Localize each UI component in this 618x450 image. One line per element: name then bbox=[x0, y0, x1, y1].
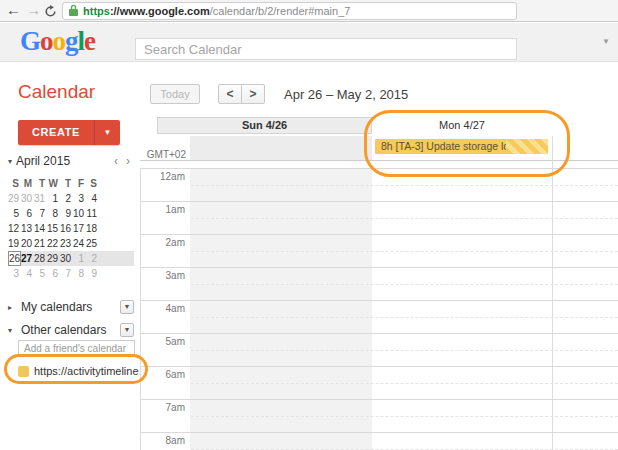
hour-label: 4am bbox=[141, 303, 185, 314]
mini-calendar-day[interactable]: 31 bbox=[34, 191, 47, 206]
my-calendars-dropdown-icon[interactable]: ▼ bbox=[120, 300, 134, 314]
calendar-week-view: Sun 4/26 Mon 4/27 8h [TA-3] Update stora… bbox=[140, 110, 618, 450]
mini-calendar-prev-icon[interactable]: ‹ bbox=[110, 154, 122, 168]
next-week-button[interactable]: > bbox=[241, 84, 265, 104]
mini-calendar-day[interactable]: 1 bbox=[47, 191, 60, 206]
hour-row[interactable]: 2am bbox=[141, 234, 618, 267]
timezone-label: GMT+02 bbox=[140, 149, 186, 160]
mini-calendar-day[interactable]: 3 bbox=[8, 266, 21, 281]
calendar-item-label: https://activitytimeline… bbox=[34, 365, 150, 377]
page-title: Calendar bbox=[18, 81, 95, 103]
hour-label: 8am bbox=[141, 435, 185, 446]
hour-row[interactable]: 3am bbox=[141, 267, 618, 300]
mini-calendar-day[interactable]: 8 bbox=[73, 266, 86, 281]
mini-calendar-day[interactable]: 2 bbox=[86, 251, 99, 266]
mini-calendar-dow: T bbox=[34, 176, 47, 191]
mini-calendar-day[interactable]: 11 bbox=[86, 206, 99, 221]
day-header-mon[interactable]: Mon 4/27 bbox=[372, 117, 552, 134]
mini-calendar-day[interactable]: 4 bbox=[21, 266, 34, 281]
hour-row[interactable]: 5am bbox=[141, 333, 618, 366]
mini-calendar-day[interactable]: 4 bbox=[86, 191, 99, 206]
mini-calendar-day[interactable]: 1 bbox=[73, 251, 86, 266]
create-button[interactable]: CREATE ▼ bbox=[18, 120, 120, 145]
mini-calendar-day[interactable]: 25 bbox=[86, 236, 99, 251]
mini-calendar-day[interactable]: 10 bbox=[73, 206, 86, 221]
mini-calendar-day[interactable]: 20 bbox=[21, 236, 34, 251]
mini-calendar-day[interactable]: 23 bbox=[60, 236, 73, 251]
mini-calendar-day[interactable]: 15 bbox=[47, 221, 60, 236]
mini-calendar-day[interactable]: 2 bbox=[60, 191, 73, 206]
mini-calendar-day[interactable]: 8 bbox=[47, 206, 60, 221]
all-day-event[interactable]: 8h [TA-3] Update storage location bbox=[375, 139, 548, 154]
hour-label: 6am bbox=[141, 369, 185, 380]
mini-calendar-dow: S bbox=[86, 176, 99, 191]
add-friend-calendar-input[interactable] bbox=[18, 340, 135, 357]
create-button-label: CREATE bbox=[18, 120, 94, 145]
logo-letter: g bbox=[65, 26, 78, 56]
mini-calendar-day[interactable]: 5 bbox=[34, 266, 47, 281]
hour-row[interactable]: 7am bbox=[141, 399, 618, 432]
mini-calendar-day[interactable]: 12 bbox=[8, 221, 21, 236]
half-hour-line bbox=[191, 383, 618, 384]
hour-row[interactable]: 4am bbox=[141, 300, 618, 333]
hour-label: 7am bbox=[141, 402, 185, 413]
mini-calendar-day[interactable]: 6 bbox=[47, 266, 60, 281]
hour-row[interactable]: 1am bbox=[141, 201, 618, 234]
mini-calendar-day[interactable]: 29 bbox=[8, 191, 21, 206]
other-calendars-dropdown-icon[interactable]: ▼ bbox=[120, 323, 134, 337]
mini-calendar-day[interactable]: 30 bbox=[21, 191, 34, 206]
mini-calendar-day[interactable]: 14 bbox=[34, 221, 47, 236]
mini-calendar-day[interactable]: 13 bbox=[21, 221, 34, 236]
mini-calendar-day[interactable]: 19 bbox=[8, 236, 21, 251]
sidebar-item-other-calendars[interactable]: ▾ Other calendars ▼ bbox=[8, 323, 134, 337]
hour-row[interactable]: 12am bbox=[141, 168, 618, 201]
hour-label: 12am bbox=[141, 171, 185, 182]
allday-separator bbox=[140, 160, 618, 161]
search-input[interactable] bbox=[135, 38, 517, 60]
hour-row[interactable]: 6am bbox=[141, 366, 618, 399]
mini-calendar-day[interactable]: 21 bbox=[34, 236, 47, 251]
half-hour-line bbox=[191, 185, 618, 186]
create-dropdown-icon[interactable]: ▼ bbox=[94, 120, 120, 145]
mini-calendar-day[interactable]: 30 bbox=[60, 251, 73, 266]
hour-label: 1am bbox=[141, 204, 185, 215]
collapse-icon[interactable]: ▾ bbox=[8, 157, 12, 166]
today-button[interactable]: Today bbox=[150, 84, 200, 104]
calendar-list-item[interactable]: https://activitytimeline… bbox=[18, 365, 150, 377]
mini-calendar-day[interactable]: 17 bbox=[73, 221, 86, 236]
mini-calendar-day[interactable]: 22 bbox=[47, 236, 60, 251]
mini-calendar-day[interactable]: 5 bbox=[8, 206, 21, 221]
mini-calendar-day[interactable]: 29 bbox=[47, 251, 60, 266]
browser-toolbar: ← → https://www.google.com/calendar/b/2/… bbox=[0, 0, 618, 22]
mini-calendar-week: 19202122232425 bbox=[8, 236, 134, 251]
mini-calendar-day[interactable]: 16 bbox=[60, 221, 73, 236]
day-header-sun[interactable]: Sun 4/26 bbox=[157, 117, 372, 134]
mini-calendar-day[interactable]: 28 bbox=[34, 251, 47, 266]
mini-calendar-week: 3456789 bbox=[8, 266, 134, 281]
prev-week-button[interactable]: < bbox=[218, 84, 242, 104]
mini-calendar-day[interactable]: 7 bbox=[60, 266, 73, 281]
back-icon[interactable]: ← bbox=[6, 1, 21, 18]
mini-calendar-day[interactable]: 3 bbox=[73, 191, 86, 206]
url-path: /calendar/b/2/render#main_7 bbox=[210, 5, 351, 17]
mini-calendar-day[interactable]: 9 bbox=[86, 266, 99, 281]
chevron-down-icon[interactable]: ▼ bbox=[602, 37, 610, 46]
forward-icon[interactable]: → bbox=[26, 1, 41, 18]
mini-calendar-day[interactable]: 18 bbox=[86, 221, 99, 236]
mini-calendar-day[interactable]: 26 bbox=[8, 251, 21, 266]
hour-row[interactable]: 8am bbox=[141, 432, 618, 450]
mini-calendar-day[interactable]: 27 bbox=[21, 251, 34, 266]
mini-calendar-day[interactable]: 24 bbox=[73, 236, 86, 251]
mini-calendar-dow: S bbox=[8, 176, 21, 191]
mini-calendar-day[interactable]: 7 bbox=[34, 206, 47, 221]
time-grid: 12am1am2am3am4am5am6am7am8am bbox=[140, 168, 618, 450]
mini-calendar-next-icon[interactable]: › bbox=[122, 154, 134, 168]
reload-icon[interactable] bbox=[44, 4, 57, 22]
mini-calendar-day[interactable]: 9 bbox=[60, 206, 73, 221]
chevron-right-icon: ▸ bbox=[8, 303, 16, 312]
google-header: Google ▼ bbox=[0, 23, 618, 62]
sidebar-item-my-calendars[interactable]: ▸ My calendars ▼ bbox=[8, 300, 134, 314]
mini-calendar-day[interactable]: 6 bbox=[21, 206, 34, 221]
address-bar[interactable]: https://www.google.com/calendar/b/2/rend… bbox=[62, 2, 517, 20]
mini-calendar-dow: T bbox=[60, 176, 73, 191]
